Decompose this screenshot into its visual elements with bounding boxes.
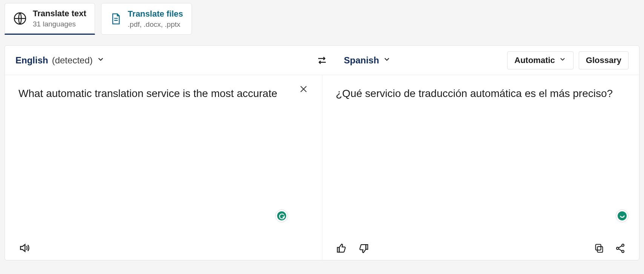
formality-label: Automatic bbox=[514, 55, 555, 65]
source-text-input[interactable]: What automatic translation service is th… bbox=[18, 86, 308, 237]
source-language-area: English (detected) bbox=[15, 55, 322, 66]
target-language-label: Spanish bbox=[344, 55, 379, 66]
tab-files-sub: .pdf, .docx, .pptx bbox=[128, 20, 183, 29]
source-toolbar bbox=[18, 237, 308, 254]
target-toolbar bbox=[336, 238, 626, 254]
mode-tabs: Translate text 31 languages Translate fi… bbox=[0, 0, 644, 35]
target-language-selector[interactable]: Spanish bbox=[344, 55, 391, 66]
svg-rect-4 bbox=[596, 245, 601, 250]
copy-button[interactable] bbox=[594, 243, 604, 254]
swap-languages-button[interactable] bbox=[316, 55, 328, 66]
source-detected-label: (detected) bbox=[52, 55, 93, 66]
target-pane: ¿Qué servicio de traducción automática e… bbox=[322, 75, 639, 260]
chevron-down-icon bbox=[97, 55, 105, 66]
grammarly-icon[interactable] bbox=[275, 209, 288, 222]
thumbs-up-button[interactable] bbox=[336, 243, 347, 254]
tab-text-labels: Translate text 31 languages bbox=[33, 9, 86, 28]
tab-files-title: Translate files bbox=[128, 9, 183, 19]
target-options: Automatic Glossary bbox=[507, 51, 629, 69]
target-text-output: ¿Qué servicio de traducción automática e… bbox=[336, 86, 626, 238]
translator-card: English (detected) Spanish bbox=[5, 45, 639, 260]
svg-rect-3 bbox=[597, 246, 603, 252]
listen-source-button[interactable] bbox=[18, 242, 31, 254]
grammarly-icon[interactable] bbox=[616, 209, 629, 222]
tab-text-title: Translate text bbox=[33, 9, 86, 18]
tab-text-sub: 31 languages bbox=[33, 20, 86, 28]
globe-icon bbox=[13, 12, 27, 25]
chevron-down-icon bbox=[383, 55, 391, 66]
tab-translate-text[interactable]: Translate text 31 languages bbox=[5, 3, 95, 35]
document-icon bbox=[110, 13, 122, 25]
output-actions bbox=[594, 243, 626, 254]
source-pane: What automatic translation service is th… bbox=[5, 75, 322, 260]
chevron-down-icon bbox=[559, 55, 566, 65]
share-button[interactable] bbox=[615, 243, 626, 254]
feedback-group bbox=[336, 243, 369, 254]
source-language-label: English bbox=[15, 55, 48, 66]
svg-point-2 bbox=[618, 211, 627, 220]
thumbs-down-button[interactable] bbox=[358, 243, 369, 254]
source-language-selector[interactable]: English (detected) bbox=[15, 55, 105, 66]
glossary-button[interactable]: Glossary bbox=[579, 51, 629, 69]
tab-files-labels: Translate files .pdf, .docx, .pptx bbox=[128, 9, 183, 29]
language-bar: English (detected) Spanish bbox=[5, 46, 639, 75]
tab-translate-files[interactable]: Translate files .pdf, .docx, .pptx bbox=[101, 3, 192, 35]
clear-source-button[interactable] bbox=[299, 84, 308, 94]
formality-selector[interactable]: Automatic bbox=[507, 51, 573, 69]
translation-panes: What automatic translation service is th… bbox=[5, 75, 639, 260]
target-language-area: Spanish Automatic Glossary bbox=[322, 51, 629, 69]
glossary-label: Glossary bbox=[586, 55, 621, 65]
